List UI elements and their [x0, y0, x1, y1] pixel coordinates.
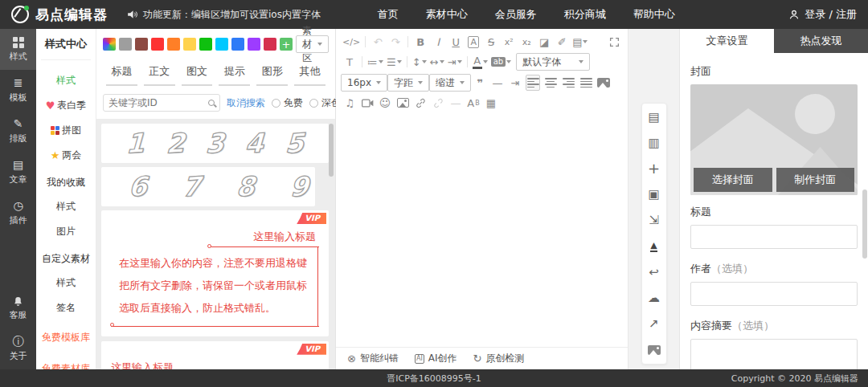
swatch-maroon[interactable] [135, 38, 148, 51]
swatch-blue[interactable] [231, 38, 244, 51]
font-size-select[interactable]: 16px [341, 74, 387, 92]
subscript-button[interactable]: x₂ [519, 34, 534, 50]
eraser-icon[interactable]: ◪ [537, 34, 551, 50]
author-input[interactable] [690, 282, 858, 306]
horizontal-rule-button[interactable]: — [490, 75, 505, 91]
bold-button[interactable]: B [413, 34, 428, 50]
nav-member-service[interactable]: 会员服务 [495, 7, 537, 22]
menu-item-lianghui[interactable]: ★ 两会 [36, 143, 96, 168]
redo-button[interactable]: ↷ [388, 34, 403, 50]
letter-space-select[interactable]: 字距 [387, 74, 429, 92]
menu-item-fav-images[interactable]: 图片 [36, 219, 96, 244]
menu-item-seasonal[interactable]: ♥ 表白季 [36, 93, 96, 118]
code-view-button[interactable]: </> [342, 34, 360, 50]
editor-content[interactable] [336, 112, 628, 347]
heading-button[interactable]: T [342, 54, 357, 70]
sidebar-item-support[interactable]: 客服 [0, 290, 36, 328]
swatch-multicolor[interactable] [103, 38, 116, 51]
insert-table-button[interactable]: ▦ [484, 95, 498, 111]
menu-item-puzzle[interactable]: 拼图 [36, 118, 96, 143]
indent-select[interactable]: 缩进 [429, 74, 471, 92]
tab-body[interactable]: 正文 [144, 61, 175, 86]
announcement-bar[interactable]: 功能更新：编辑区增加可设置ios内置字体 [127, 8, 321, 22]
sidebar-item-articles[interactable]: ▤ 文章 [0, 152, 36, 193]
ai-writing-button[interactable]: AI AI创作 [415, 352, 457, 365]
menu-item-styles-active[interactable]: 样式 [36, 68, 96, 93]
originality-check-button[interactable]: ↻ 原创检测 [473, 352, 525, 365]
undo-button[interactable]: ↶ [371, 34, 385, 50]
title-input[interactable] [690, 225, 858, 249]
nav-material-center[interactable]: 素材中心 [426, 7, 468, 22]
highlight-color-button[interactable]: ab [491, 54, 511, 70]
swatch-orange[interactable] [167, 38, 180, 51]
settings-scrollbar[interactable] [862, 189, 867, 259]
unordered-list-button[interactable]: ☰ [387, 54, 402, 70]
summary-textarea[interactable] [690, 339, 858, 369]
swatch-green[interactable] [199, 38, 212, 51]
ordered-list-button[interactable]: ≔ [367, 54, 383, 70]
paragraph-style-button[interactable]: ▤ [572, 34, 588, 50]
image-manager-button[interactable] [648, 343, 661, 357]
tab-imagetext[interactable]: 图文 [182, 61, 213, 86]
save-as-button[interactable]: ⇲ [649, 214, 659, 228]
add-color-button[interactable]: + [280, 38, 293, 51]
border-text-button[interactable]: A [466, 34, 481, 50]
search-icon[interactable] [208, 100, 215, 106]
tab-hint[interactable]: 提示 [219, 61, 250, 86]
swatch-gray[interactable] [119, 38, 132, 51]
line-height-button[interactable]: ↕ [412, 54, 427, 70]
align-left-button[interactable] [526, 75, 540, 91]
align-justify-button[interactable] [579, 75, 593, 91]
copy-article-button[interactable]: ▤ [648, 110, 659, 124]
letter-case-button[interactable]: AB [466, 95, 481, 111]
app-logo[interactable]: 易点编辑器 [11, 6, 108, 24]
menu-item-custom-styles[interactable]: 样式 [36, 271, 96, 295]
make-cover-button[interactable]: 制作封面 [776, 168, 855, 192]
cloud-sync-button[interactable]: ☁ [648, 291, 660, 306]
menu-item-fav-styles[interactable]: 样式 [36, 194, 96, 219]
remove-link-button[interactable] [431, 95, 445, 111]
style-card-numbers-1-5[interactable]: 1 2 3 4 5 [101, 124, 329, 163]
font-color-button[interactable]: A [473, 54, 488, 70]
cover-placeholder[interactable]: 选择封面 制作封面 [690, 84, 858, 195]
search-input[interactable] [108, 97, 205, 108]
format-brush-icon[interactable]: ✐ [555, 34, 569, 50]
blockquote-button[interactable]: ❞ [473, 75, 487, 91]
insert-video-button[interactable] [360, 95, 375, 111]
select-cover-button[interactable]: 选择封面 [694, 168, 772, 192]
menu-link-free-templates[interactable]: 免费模板库 [36, 325, 96, 350]
new-article-button[interactable]: + [648, 161, 660, 176]
swatch-crimson[interactable] [264, 38, 276, 51]
sidebar-item-templates[interactable]: ≣ 模板 [0, 70, 36, 111]
save-button[interactable]: ▣ [648, 188, 659, 202]
sidebar-item-styles[interactable]: 样式 [0, 29, 36, 70]
publish-upload-button[interactable]: ▲ [650, 239, 657, 254]
divider-button[interactable]: — [448, 95, 463, 111]
sidebar-item-typesetting[interactable]: ✎ 排版 [0, 111, 36, 152]
superscript-button[interactable]: x² [502, 34, 516, 50]
share-export-button[interactable]: ↗ [649, 317, 659, 332]
paragraph-indent-button[interactable]: ⇥ [448, 54, 462, 70]
swatch-red[interactable] [151, 38, 164, 51]
font-family-select[interactable]: 默认字体 [516, 53, 590, 71]
fullscreen-button[interactable] [607, 34, 621, 50]
sidebar-item-plugins[interactable]: ◷ 插件 [0, 193, 36, 234]
strikethrough-button[interactable]: S [484, 34, 498, 50]
duplicate-article-button[interactable]: ▥ [648, 136, 659, 150]
swatch-cyan[interactable] [215, 38, 228, 51]
indent-increase-button[interactable]: ⇥ [508, 75, 522, 91]
swatch-purple[interactable] [248, 38, 260, 51]
align-center-button[interactable] [543, 75, 558, 91]
insert-image-button[interactable] [596, 75, 611, 91]
material-area-select[interactable]: 素材区 [296, 35, 329, 53]
free-radio[interactable]: 免费 [272, 96, 303, 110]
style-list-scrollbar[interactable] [329, 124, 334, 177]
smart-correction-button[interactable]: ⊗ 智能纠错 [347, 352, 399, 365]
tab-article-settings[interactable]: 文章设置 [680, 29, 774, 53]
menu-link-free-materials[interactable]: 免费素材库 [36, 356, 96, 369]
underline-button[interactable]: U [448, 34, 463, 50]
letter-spacing-button[interactable]: ↔ [430, 54, 444, 70]
style-card-vip-right-title[interactable]: VIP 这里输入标题 在这里输入你的内容，注意不要用退格键把所有文字删除，请保留… [101, 210, 329, 336]
import-button[interactable]: ↩ [649, 265, 659, 279]
align-right-button[interactable] [561, 75, 575, 91]
